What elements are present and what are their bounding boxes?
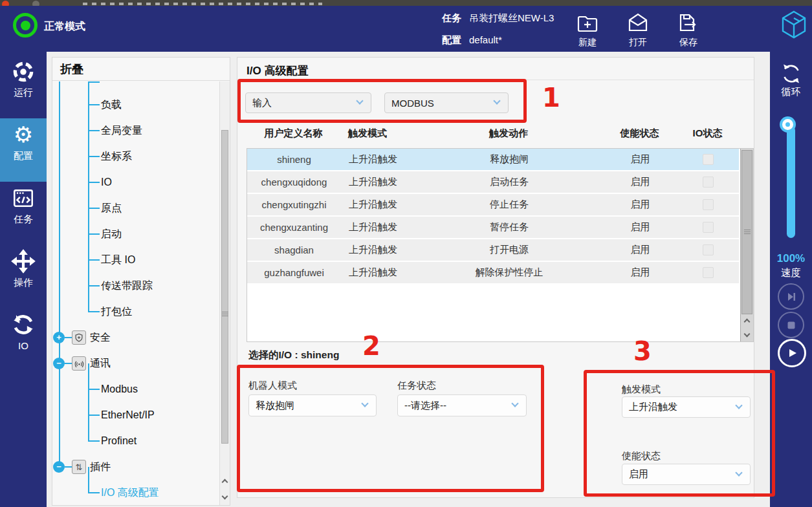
cell-trigger-action: 释放抱闸	[415, 153, 603, 166]
tree-leaf-list: 负载 全局变量 坐标系 IO 原点 启动 工具 IO 传送带跟踪 打包位	[52, 92, 219, 325]
nav-item-task[interactable]: 任务	[0, 182, 47, 245]
chevron-down-icon	[511, 400, 518, 407]
col-header-trigger-mode: 触发模式	[340, 127, 415, 140]
nav-item-operate[interactable]: 操作	[0, 245, 47, 308]
io-table: shineng 上升沿触发 释放抱闸 启用 chengxuqidong 上升沿触…	[247, 148, 754, 342]
config-value: default*	[469, 34, 502, 45]
cell-name: chengxuqidong	[247, 177, 341, 188]
task-label: 任务	[442, 12, 461, 23]
io-status-checkbox[interactable]	[703, 244, 714, 255]
tree-item[interactable]: IO	[52, 169, 219, 195]
scroll-up-button[interactable]	[220, 475, 230, 488]
tree-item[interactable]: EtherNet/IP	[52, 402, 219, 428]
io-direction-dropdown[interactable]: 输入	[245, 92, 371, 113]
table-row[interactable]: chengxuqidong 上升沿触发 启动任务 启用	[247, 171, 739, 194]
gear-icon: ⚙	[0, 118, 47, 147]
io-direction-value: 输入	[252, 97, 272, 109]
scroll-down-button[interactable]	[220, 490, 230, 502]
tree-item[interactable]: 启动	[52, 221, 219, 247]
tree-item[interactable]: 工具 IO	[52, 247, 219, 273]
speed-slider-track[interactable]	[787, 126, 795, 238]
skip-icon	[785, 291, 797, 303]
table-row[interactable]: shagdian 上升沿触发 打开电源 启用	[247, 239, 739, 262]
tree-item[interactable]: 传送带跟踪	[52, 273, 219, 299]
tree-item[interactable]: 负载	[52, 92, 219, 118]
table-scrollbar[interactable]	[740, 149, 753, 341]
cell-trigger-action: 停止任务	[415, 199, 603, 211]
cell-name: shineng	[247, 154, 341, 165]
code-window-icon	[0, 182, 47, 210]
tree-item-io-advanced-selected[interactable]: I/O 高级配置	[52, 480, 219, 505]
tree-group-safety[interactable]: + 安全	[52, 325, 219, 351]
tree-item[interactable]: Profinet	[52, 428, 219, 454]
protocol-dropdown[interactable]: MODBUS	[384, 92, 509, 113]
chevron-down-icon	[356, 97, 363, 104]
io-table-rows: shineng 上升沿触发 释放抱闸 启用 chengxuqidong 上升沿触…	[247, 149, 740, 285]
open-button[interactable]: 打开	[618, 11, 658, 49]
collapse-minus-icon[interactable]: −	[53, 358, 65, 369]
collapse-minus-icon[interactable]: −	[53, 461, 65, 473]
cell-trigger-mode: 上升沿触发	[341, 244, 415, 256]
tree-item[interactable]: Modbus	[52, 376, 219, 402]
tree-collapse-header[interactable]: 折叠	[52, 58, 230, 81]
io-status-checkbox[interactable]	[703, 267, 714, 278]
tree-group-plugin[interactable]: − ⇅ 插件	[52, 454, 219, 480]
step-button[interactable]	[778, 283, 804, 310]
io-status-checkbox[interactable]	[703, 154, 714, 165]
table-scrollbar-thumb[interactable]	[741, 150, 752, 314]
cell-trigger-mode: 上升沿触发	[341, 199, 415, 211]
scroll-up-button[interactable]	[741, 316, 753, 328]
io-status-checkbox[interactable]	[703, 222, 714, 233]
tree-item[interactable]: 原点	[52, 195, 219, 221]
tree-item[interactable]: 打包位	[52, 299, 219, 325]
enable-state-dropdown[interactable]: 启用	[622, 464, 751, 485]
tree-scrollbar-thumb[interactable]	[221, 130, 228, 444]
expand-plus-icon[interactable]: +	[53, 332, 65, 343]
nav-item-io[interactable]: IO	[0, 308, 47, 372]
tree-group-label: 通讯	[90, 357, 111, 371]
stop-button[interactable]	[778, 312, 804, 338]
task-state-dropdown[interactable]: --请选择--	[397, 394, 527, 416]
chevron-down-icon	[735, 402, 742, 409]
shield-icon	[72, 330, 86, 345]
table-row[interactable]: shineng 上升沿触发 释放抱闸 启用	[247, 149, 739, 171]
new-button[interactable]: 新建	[567, 11, 608, 49]
tree-item[interactable]: 坐标系	[52, 144, 219, 169]
title-divider	[237, 80, 754, 80]
robot-mode-dropdown[interactable]: 释放抱闸	[248, 394, 377, 416]
io-status-checkbox[interactable]	[703, 199, 714, 210]
play-button[interactable]	[778, 339, 806, 367]
table-row[interactable]: chengxuzanting 上升沿触发 暂停任务 启用	[247, 217, 739, 239]
cell-trigger-mode: 上升沿触发	[341, 266, 415, 279]
scroll-down-button[interactable]	[741, 328, 753, 340]
right-control-sidebar: 循环 100% 速度	[770, 52, 812, 507]
table-row[interactable]: chengxutingzhi 上升沿触发 停止任务 启用	[247, 194, 739, 217]
protocol-value: MODBUS	[391, 98, 434, 109]
col-header-trigger-action: 触发动作	[415, 127, 602, 140]
trigger-mode-dropdown[interactable]: 上升沿触发	[622, 396, 751, 418]
nav-label: 运行	[0, 87, 47, 99]
table-row[interactable]: guzhangfuwei 上升沿触发 解除保护性停止 启用	[247, 262, 739, 285]
nav-item-config[interactable]: ⚙ 配置	[0, 118, 47, 182]
tree-item[interactable]: 全局变量	[52, 118, 219, 144]
app-header: 正常模式 任务吊装打螺丝NEW-L3 配置default* 新建 打开	[0, 6, 812, 52]
cell-trigger-action: 打开电源	[415, 244, 603, 256]
scrollbar-grip-icon	[222, 312, 228, 317]
new-folder-icon	[567, 11, 608, 36]
scrollbar-grip-icon	[744, 230, 751, 235]
cycle-icon[interactable]	[770, 62, 812, 88]
cell-enable-state: 启用	[603, 244, 677, 256]
task-state-label: 任务状态	[397, 380, 436, 392]
cell-trigger-mode: 上升沿触发	[341, 221, 415, 233]
cell-trigger-mode: 上升沿触发	[341, 153, 415, 166]
speed-slider-knob[interactable]	[782, 119, 793, 130]
antenna-icon	[72, 356, 86, 371]
tree-group-comm[interactable]: − 通讯	[52, 351, 219, 376]
open-file-icon	[618, 11, 658, 36]
save-button[interactable]: 保存	[668, 11, 708, 49]
config-row: 配置default*	[442, 34, 502, 47]
cell-enable-state: 启用	[603, 176, 677, 188]
io-status-checkbox[interactable]	[703, 177, 714, 188]
tree-scrollbar[interactable]	[219, 81, 230, 505]
nav-item-run[interactable]: 运行	[0, 55, 47, 118]
